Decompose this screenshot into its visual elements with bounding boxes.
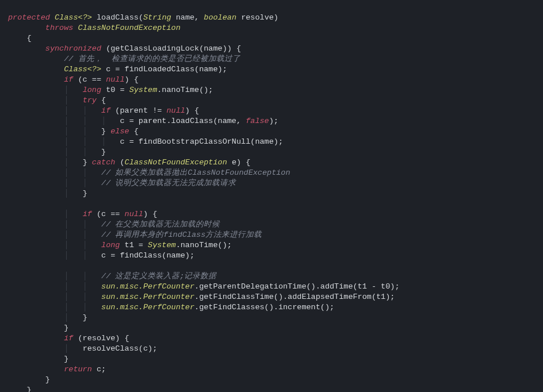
code-line: │ │ // 再调用本身的findClass方法来进行加载 xyxy=(8,230,262,239)
code-line: │ } xyxy=(8,189,87,198)
code-line: │ │ sun.misc.PerfCounter.getFindClasses(… xyxy=(8,303,334,312)
code-editor[interactable]: protected Class<?> loadClass(String name… xyxy=(8,2,543,392)
code-line: // 首先， 检查请求的的类是否已经被加载过了 xyxy=(8,55,240,63)
code-line: if (resolve) { xyxy=(8,334,129,343)
code-line: │ │ long t1 = System.nanoTime(); xyxy=(8,241,232,249)
code-line: } xyxy=(8,355,68,363)
code-line: │ │ │ c = parent.loadClass(name, false); xyxy=(8,117,278,125)
code-line: │ │ } xyxy=(8,148,106,156)
code-line: │ long t0 = System.nanoTime(); xyxy=(8,86,213,94)
code-line: } xyxy=(8,324,68,332)
code-line: │ │ if (parent != null) { xyxy=(8,106,199,115)
code-line: │ if (c == null) { xyxy=(8,210,157,218)
code-line: │ │ // 这是定义类装入器;记录数据 xyxy=(8,272,216,280)
code-line: │ │ // 在父类加载器无法加载的时候 xyxy=(8,220,220,229)
code-line: return c; xyxy=(8,365,106,374)
code-line: if (c == null) { xyxy=(8,75,139,84)
code-line: } xyxy=(8,375,50,384)
code-line: │ │ sun.misc.PerfCounter.getParentDelega… xyxy=(8,282,400,291)
code-line: protected Class<?> loadClass(String name… xyxy=(8,13,278,22)
code-line: │ } xyxy=(8,313,87,322)
code-line: │ │ // 说明父类加载器无法完成加载请求 xyxy=(8,179,236,187)
code-line: Class<?> c = findLoadedClass(name); xyxy=(8,65,227,74)
code-line: │ │ } else { xyxy=(8,127,139,136)
code-line: │ │ sun.misc.PerfCounter.getFindClassTim… xyxy=(8,293,395,301)
code-line: │ } catch (ClassNotFoundException e) { xyxy=(8,158,250,167)
code-line: { xyxy=(8,34,32,43)
code-line: │ │ c = findClass(name); xyxy=(8,251,194,260)
code-line: } xyxy=(8,386,32,392)
code-line: │ │ // 如果父类加载器抛出ClassNotFoundException xyxy=(8,168,290,177)
code-line: │ try { xyxy=(8,96,106,105)
code-line: synchronized (getClassLoadingLock(name))… xyxy=(8,44,241,53)
code-line: │ resolveClass(c); xyxy=(8,344,157,353)
code-line: throws ClassNotFoundException xyxy=(8,24,181,32)
code-line: │ │ │ c = findBootstrapClassOrNull(name)… xyxy=(8,137,283,146)
